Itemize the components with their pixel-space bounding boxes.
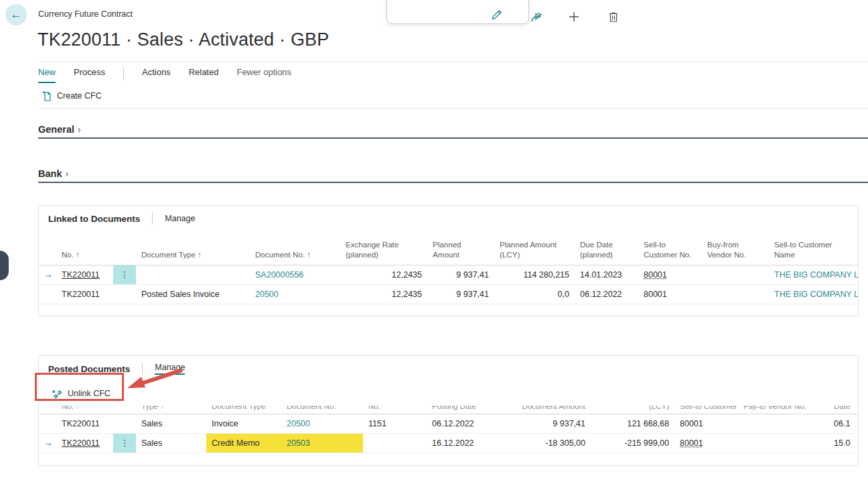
exchange-rate-cell: 12,2435 (340, 265, 427, 284)
section-bank-label: Bank (38, 168, 62, 179)
floating-toolbar (386, 0, 529, 24)
col-no[interactable]: No. ↑ (56, 231, 113, 265)
back-button[interactable]: ← (5, 4, 27, 25)
side-panel-handle[interactable] (0, 251, 9, 280)
share-icon[interactable] (529, 9, 544, 24)
col-document-type[interactable]: Document Type ↑ (136, 231, 250, 265)
row-options-icon[interactable]: ⋮ (113, 265, 136, 284)
linked-to-documents-card: Linked to Documents Manage No. ↑ Documen… (38, 205, 859, 316)
col-planned-amount[interactable]: Planned Amount (427, 231, 494, 265)
document-amount-lcy-cell: -215 999,00 (591, 433, 674, 453)
col-document-no[interactable]: Document No. (287, 406, 358, 410)
document-no-link-highlighted[interactable]: 20503 (287, 438, 310, 448)
document-no-link[interactable]: 20500 (287, 419, 310, 428)
sell-to-customer-no-link[interactable]: 80001 (644, 270, 667, 280)
card-header-divider (152, 213, 153, 225)
linked-manage-menu[interactable]: Manage (165, 214, 195, 223)
section-bank[interactable]: Bank› (38, 168, 859, 180)
create-cfc-button[interactable]: Create CFC (42, 91, 102, 101)
col-no2[interactable]: No. (368, 406, 421, 410)
document-no-link[interactable]: SA20000556 (255, 270, 303, 280)
col-document-amount-lcy[interactable]: (LCY) (596, 406, 669, 410)
planned-amount-lcy-cell: 114 280,215 (494, 265, 575, 284)
edit-pencil-icon[interactable] (489, 7, 504, 22)
posting-date-cell: 16.12.2022 (427, 433, 504, 453)
chevron-right-icon: › (65, 168, 68, 179)
table-row[interactable]: → TK220011 ⋮ Sales Credit Memo 20503 16.… (39, 433, 858, 453)
due-date-cell: 06.12.2022 (575, 284, 638, 304)
sell-to-customer-no-link[interactable]: 80001 (680, 438, 703, 448)
due-date-cell-clipped: 06.1 (828, 414, 858, 433)
tab-actions[interactable]: Actions (142, 67, 171, 82)
document-type-cell-highlighted: Credit Memo (206, 433, 281, 453)
col-no[interactable]: No. ↑ (62, 406, 108, 410)
chevron-right-icon: › (78, 124, 81, 135)
col-buy-from-no[interactable]: Buy-from Vendor No. (702, 231, 769, 265)
no2-cell: 1151 (363, 414, 427, 433)
linked-documents-table: No. ↑ Document Type ↑ Document No. ↑ Exc… (39, 231, 858, 304)
plus-icon[interactable] (567, 9, 581, 24)
col-due-date[interactable]: Due Date (planned) (575, 231, 638, 265)
due-date-cell-clipped: 15.0 (828, 433, 858, 453)
document-type-cell: Invoice (206, 414, 281, 433)
row-options-icon[interactable]: ⋮ (113, 433, 136, 453)
sell-to-customer-no-cell: 80001 (674, 414, 738, 433)
type-cell: Sales (136, 414, 206, 433)
col-exchange-rate[interactable]: Exchange Rate (planned) (340, 231, 427, 265)
document-amount-lcy-cell: 121 668,68 (591, 414, 674, 433)
table-row[interactable]: → TK220011 ⋮ SA20000556 12,2435 9 937,41… (39, 265, 858, 284)
type-cell: Sales (136, 433, 206, 453)
linked-card-title: Linked to Documents (48, 214, 140, 224)
tab-related[interactable]: Related (189, 67, 219, 82)
col-posting-date[interactable]: Posting Date (432, 406, 498, 410)
page-caption: Currency Future Contract (38, 9, 133, 19)
document-type-cell (136, 265, 250, 284)
selected-row-arrow-icon: → (39, 433, 56, 453)
exchange-rate-cell: 12,2435 (340, 284, 427, 304)
table-row[interactable]: TK220011 Sales Invoice 20500 1151 06.12.… (39, 414, 858, 433)
sell-to-customer-name-link[interactable]: THE BIG COMPANY LTD. (774, 290, 858, 299)
col-document-type[interactable]: Document Type (212, 406, 276, 410)
sell-to-customer-no-cell: 80001 (638, 284, 702, 304)
sell-to-customer-name-link[interactable]: THE BIG COMPANY LTD. (774, 270, 858, 280)
no-cell: TK220011 (56, 284, 113, 304)
col-due-date[interactable]: Date (834, 406, 853, 410)
section-bank-underline (38, 182, 868, 183)
new-document-icon (42, 91, 52, 101)
fewer-options-button[interactable]: Fewer options (236, 67, 291, 82)
linked-header-row: No. ↑ Document Type ↑ Document No. ↑ Exc… (39, 231, 858, 265)
pay-to-vendor-no-cell (738, 433, 828, 453)
tab-new[interactable]: New (38, 67, 56, 83)
col-sell-to-no[interactable]: Sell-to Customer No. (680, 406, 733, 410)
annotation-red-box (35, 373, 124, 401)
document-amount-cell: -18 305,00 (504, 433, 591, 453)
section-general-underline (38, 137, 868, 139)
pay-to-vendor-no-cell (738, 414, 828, 433)
create-cfc-label: Create CFC (57, 91, 102, 101)
section-general[interactable]: General› (38, 123, 859, 135)
col-sell-to-no[interactable]: Sell-to Customer No. (638, 231, 702, 265)
tab-process[interactable]: Process (74, 67, 105, 82)
col-document-amount[interactable]: Document Amount (509, 406, 585, 410)
document-no-link[interactable]: 20500 (255, 290, 279, 299)
trash-icon[interactable] (606, 9, 621, 24)
no-link[interactable]: TK220011 (62, 438, 100, 448)
col-planned-amount-lcy[interactable]: Planned Amount (LCY) (494, 231, 575, 265)
no-link[interactable]: TK220011 (62, 270, 100, 280)
annotation-red-arrow (123, 366, 187, 393)
divider (38, 108, 868, 109)
no2-cell (363, 433, 427, 453)
due-date-cell: 14.01.2023 (575, 265, 638, 284)
planned-amount-lcy-cell: 0,0 (494, 284, 575, 304)
command-bar: New Process Actions Related Fewer option… (38, 67, 291, 83)
posting-date-cell: 06.12.2022 (427, 414, 504, 433)
col-type[interactable]: Type ↑ (141, 406, 201, 410)
posted-documents-table: No. ↑ Type ↑ Document Type Document No. … (39, 406, 858, 453)
col-sell-to-name[interactable]: Sell-to Customer Name (769, 231, 858, 265)
col-pay-to-no[interactable]: Pay-to Vendor No. (743, 406, 823, 410)
col-document-no[interactable]: Document No. ↑ (250, 231, 340, 265)
table-row[interactable]: TK220011 Posted Sales Invoice 20500 12,2… (39, 284, 858, 304)
planned-amount-cell: 9 937,41 (427, 284, 494, 304)
menu-divider (123, 67, 124, 80)
page-title: TK220011 · Sales · Activated · GBP (38, 29, 330, 50)
